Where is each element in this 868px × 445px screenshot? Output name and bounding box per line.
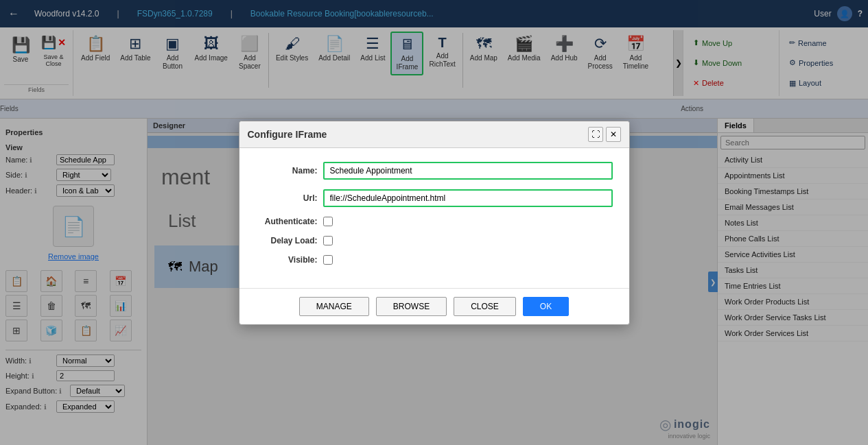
modal-name-label: Name: bbox=[256, 166, 318, 176]
ok-button[interactable]: OK bbox=[523, 297, 569, 316]
modal-footer: MANAGE BROWSE CLOSE OK bbox=[239, 288, 629, 324]
close-button[interactable]: CLOSE bbox=[454, 297, 516, 316]
modal-name-input[interactable] bbox=[323, 162, 613, 180]
configure-iframe-modal: Configure IFrame ⛶ ✕ Name: Url: Authenti… bbox=[239, 121, 630, 325]
visible-form-row: Visible: bbox=[256, 255, 613, 265]
authenticate-form-row: Authenticate: bbox=[256, 217, 613, 226]
modal-overlay: Configure IFrame ⛶ ✕ Name: Url: Authenti… bbox=[0, 0, 868, 445]
manage-button[interactable]: MANAGE bbox=[299, 297, 369, 316]
modal-delay-load-label: Delay Load: bbox=[256, 236, 318, 245]
modal-header: Configure IFrame ⛶ ✕ bbox=[239, 121, 629, 148]
modal-authenticate-checkbox[interactable] bbox=[323, 217, 333, 226]
url-form-row: Url: bbox=[256, 189, 613, 207]
modal-url-input[interactable] bbox=[323, 189, 613, 207]
modal-visible-checkbox[interactable] bbox=[323, 255, 333, 265]
modal-expand-button[interactable]: ⛶ bbox=[588, 127, 603, 142]
modal-authenticate-label: Authenticate: bbox=[256, 217, 318, 226]
modal-title: Configure IFrame bbox=[248, 129, 327, 140]
modal-close-header-button[interactable]: ✕ bbox=[606, 127, 621, 142]
modal-delay-load-checkbox[interactable] bbox=[323, 236, 333, 245]
modal-url-label: Url: bbox=[256, 193, 318, 203]
modal-visible-label: Visible: bbox=[256, 255, 318, 265]
modal-body: Name: Url: Authenticate: Delay Load: Vis… bbox=[239, 148, 629, 288]
delay-load-form-row: Delay Load: bbox=[256, 236, 613, 245]
browse-button[interactable]: BROWSE bbox=[376, 297, 447, 316]
name-form-row: Name: bbox=[256, 162, 613, 180]
modal-header-buttons: ⛶ ✕ bbox=[588, 127, 621, 142]
